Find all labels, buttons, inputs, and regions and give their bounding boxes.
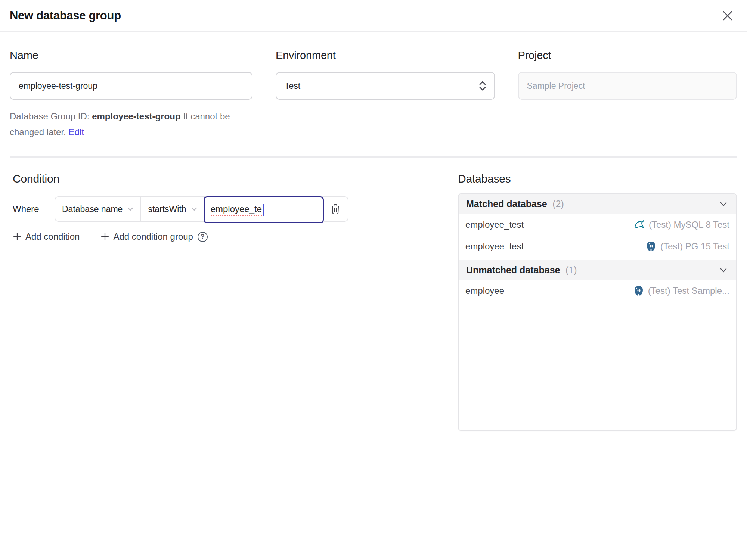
project-input: Sample Project xyxy=(518,72,737,100)
mysql-icon xyxy=(634,219,645,230)
environment-label: Environment xyxy=(276,49,495,62)
database-row[interactable]: employee_test (Test) PG 15 Test xyxy=(459,236,736,257)
edit-link[interactable]: Edit xyxy=(68,127,84,137)
postgres-icon xyxy=(633,285,644,296)
chevron-down-icon xyxy=(718,199,729,209)
add-condition-label: Add condition xyxy=(25,231,80,242)
close-icon[interactable] xyxy=(719,7,736,24)
condition-operator-select[interactable]: startsWith xyxy=(141,197,204,221)
database-meta: (Test) Test Sample... xyxy=(633,285,729,296)
condition-operator-value: startsWith xyxy=(148,204,186,214)
plus-icon xyxy=(13,232,22,241)
databases-panel: Matched database (2) employee_test (Test… xyxy=(458,193,737,431)
condition-field-value: Database name xyxy=(62,204,123,214)
main-area: Condition Where Database name startsWith… xyxy=(0,158,747,431)
environment-select[interactable]: Test xyxy=(276,72,495,100)
dialog-header: New database group xyxy=(0,0,747,32)
group-id-note: Database Group ID: employee-test-group I… xyxy=(10,109,252,140)
postgres-icon xyxy=(645,241,657,252)
condition-group: Database name startsWith employee_te xyxy=(55,196,348,222)
add-condition-button[interactable]: Add condition xyxy=(13,231,80,242)
delete-condition-button[interactable] xyxy=(323,197,348,221)
database-row[interactable]: employee (Test) Test Sample... xyxy=(459,280,736,302)
chevron-down-icon xyxy=(718,265,729,276)
chevron-down-icon xyxy=(190,205,198,213)
condition-row: Where Database name startsWith employee_… xyxy=(13,196,458,222)
database-row[interactable]: employee_test (Test) MySQL 8 Test xyxy=(459,214,736,236)
add-condition-group-button[interactable]: Add condition group xyxy=(100,231,208,242)
database-instance: (Test) PG 15 Test xyxy=(660,241,729,252)
text-cursor xyxy=(263,204,264,216)
database-meta: (Test) PG 15 Test xyxy=(645,241,729,252)
project-label: Project xyxy=(518,49,737,62)
project-field-group: Project Sample Project xyxy=(518,49,737,140)
name-label: Name xyxy=(10,49,252,62)
database-name: employee xyxy=(465,286,504,296)
database-meta: (Test) MySQL 8 Test xyxy=(634,219,729,230)
group-id-value: employee-test-group xyxy=(92,111,180,121)
select-updown-icon xyxy=(478,80,487,92)
condition-value-text: employee_te xyxy=(211,204,262,216)
unmatched-section-header[interactable]: Unmatched database (1) xyxy=(459,260,736,280)
condition-value-input[interactable]: employee_te xyxy=(204,196,324,223)
page-title: New database group xyxy=(10,9,121,22)
where-label: Where xyxy=(13,204,55,214)
project-value: Sample Project xyxy=(527,81,585,91)
condition-heading: Condition xyxy=(13,172,458,185)
form-grid: Name Database Group ID: employee-test-gr… xyxy=(0,32,747,140)
databases-heading: Databases xyxy=(458,172,737,185)
database-instance: (Test) Test Sample... xyxy=(648,286,729,296)
matched-section-header[interactable]: Matched database (2) xyxy=(459,194,736,214)
matched-section-count: (2) xyxy=(552,199,564,209)
matched-section-title: Matched database xyxy=(466,199,547,209)
database-name: employee_test xyxy=(465,241,524,252)
databases-section: Databases Matched database (2) employee_… xyxy=(458,172,737,431)
environment-field-group: Environment Test xyxy=(276,49,495,140)
environment-selected-value: Test xyxy=(285,81,300,91)
database-name: employee_test xyxy=(465,220,524,230)
condition-actions: Add condition Add condition group xyxy=(13,231,458,242)
group-id-prefix: Database Group ID: xyxy=(10,111,92,121)
database-instance: (Test) MySQL 8 Test xyxy=(649,220,729,230)
plus-icon xyxy=(100,232,109,241)
unmatched-section-count: (1) xyxy=(565,265,577,275)
add-condition-group-label: Add condition group xyxy=(113,231,193,242)
name-input[interactable] xyxy=(10,72,252,100)
section-gap xyxy=(459,257,736,260)
trash-icon xyxy=(329,203,341,215)
chevron-down-icon xyxy=(126,205,134,213)
unmatched-section-title: Unmatched database xyxy=(466,265,560,275)
help-icon[interactable] xyxy=(198,232,208,242)
condition-field-select[interactable]: Database name xyxy=(55,197,140,221)
condition-section: Condition Where Database name startsWith… xyxy=(13,172,458,431)
name-field-group: Name Database Group ID: employee-test-gr… xyxy=(10,49,252,140)
